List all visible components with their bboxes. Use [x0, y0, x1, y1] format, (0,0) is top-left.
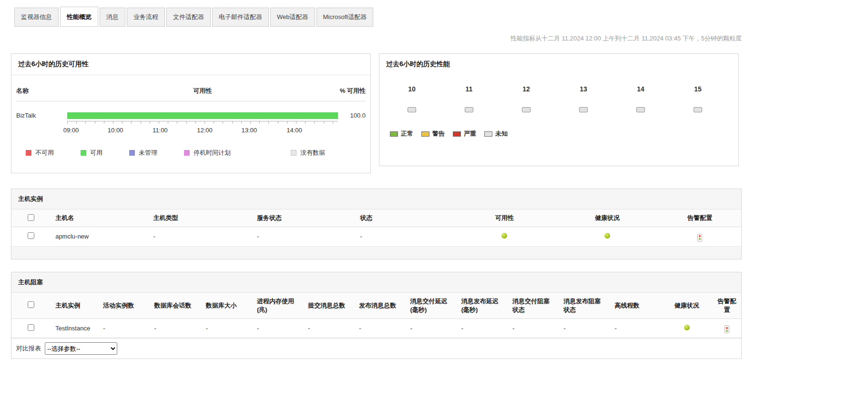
host-throttling-title: 主机阻塞 [11, 272, 741, 292]
perf-status-box [465, 107, 473, 112]
legend-item-normal: 正常 [390, 129, 413, 138]
tab-monitor-info[interactable]: 监视器信息 [14, 8, 59, 27]
col-publish-delay: 消息发布延迟(毫秒) [457, 292, 508, 318]
legend-label: 没有数据 [300, 149, 325, 157]
legend-item-nodata: 没有数据 [291, 149, 325, 157]
report-period-note: 性能指标从十二月 11,2024 12:00 上午到十二月 11,2024 03… [511, 35, 742, 42]
hour-label: 12 [498, 85, 555, 93]
col-committed-msgs: 提交消息总数 [303, 292, 354, 318]
value-cell: - [354, 318, 405, 338]
tab-web-adapter[interactable]: Web适配器 [270, 8, 315, 27]
hour-column: 12 [498, 85, 555, 112]
availability-table-header: 名称 可用性 % 可用性 [16, 75, 366, 101]
value-cell: - [406, 318, 457, 338]
col-health: 健康状况 [661, 292, 713, 318]
hour-column: 11 [440, 85, 498, 112]
alarm-config-icon[interactable] [697, 234, 702, 242]
row-checkbox[interactable] [28, 324, 34, 331]
host-instances-section: 主机实例 主机名 主机类型 服务状态 状态 可用性 健康状况 告警配置 [11, 189, 742, 259]
col-service-status: 服务状态 [252, 209, 355, 227]
legend-label: 可用 [90, 149, 102, 157]
col-db-size: 数据库大小 [201, 292, 252, 318]
col-availability-label: 可用性 [67, 87, 338, 95]
legend-item-warning: 警告 [421, 129, 445, 138]
availability-status-dot[interactable] [501, 233, 507, 239]
hour-label: 11 [440, 85, 498, 93]
tab-business-process[interactable]: 业务流程 [127, 8, 165, 27]
health-status-dot[interactable] [684, 325, 690, 330]
compare-report-label: 对比报表 [16, 344, 41, 353]
tab-email-adapter[interactable]: 电子邮件适配器 [212, 8, 269, 27]
col-publish-throttle-state: 消息发布阻塞状态 [559, 292, 610, 318]
tab-bar: 监视器信息 性能概览 消息 业务流程 文件适配器 电子邮件适配器 Web适配器 … [11, 0, 742, 27]
performance-panel-title: 过去6小时的历史性能 [379, 54, 738, 75]
col-hosttype: 主机类型 [149, 209, 252, 227]
unavailable-swatch-icon [26, 150, 31, 156]
col-db-sessions: 数据库会话数 [150, 292, 201, 318]
time-axis-line [67, 121, 338, 124]
value-cell: - [201, 318, 252, 338]
legend-item-available: 可用 [81, 149, 102, 157]
performance-hours: 10 11 12 13 14 [379, 75, 738, 112]
hour-label: 13 [555, 85, 612, 93]
col-delivery-throttle-state: 消息交付阻塞状态 [508, 292, 559, 318]
legend-item-maintenance: 停机时间计划 [184, 149, 231, 157]
col-hostname: 主机名 [51, 209, 148, 227]
value-cell: - [98, 318, 149, 338]
host-instances-table: 主机名 主机类型 服务状态 状态 可用性 健康状况 告警配置 apmclu-ne… [11, 209, 741, 247]
col-high-threads: 高线程数 [610, 292, 661, 318]
status-cell: - [355, 227, 453, 247]
col-published-msgs: 发布消息总数 [354, 292, 405, 318]
hour-column: 14 [612, 85, 669, 112]
performance-legend: 正常 警告 严重 未知 [390, 129, 738, 138]
alarm-config-icon[interactable] [725, 325, 729, 333]
col-delivery-delay: 消息交付延迟(毫秒) [406, 292, 457, 318]
perf-status-box [408, 107, 416, 112]
health-status-dot[interactable] [604, 233, 610, 239]
time-tick-label: 14:00 [286, 127, 302, 134]
compare-parameter-select[interactable]: --选择参数-- [45, 342, 117, 355]
hour-label: 15 [669, 85, 726, 93]
warning-swatch-icon [421, 131, 429, 137]
legend-item-unmanaged: 未管理 [129, 149, 157, 157]
hour-column: 13 [555, 85, 612, 112]
host-throttling-table: 主机实例 活动实例数 数据库会话数 数据库大小 进程内存使用(兆) 提交消息总数… [11, 292, 741, 338]
nodata-swatch-icon [291, 150, 296, 156]
time-axis: 09:00 10:00 11:00 12:00 13:00 14:00 [67, 121, 338, 142]
availability-panel: 过去6小时的历史可用性 名称 可用性 % 可用性 BizTalk 100.0 0 [11, 53, 371, 173]
time-tick-label: 13:00 [241, 127, 257, 134]
perf-status-box [694, 107, 702, 112]
tab-microsoft-adapter[interactable]: Microsoft适配器 [317, 8, 374, 27]
unknown-swatch-icon [484, 131, 492, 137]
compare-report-row: 对比报表 --选择参数-- [11, 338, 741, 358]
time-tick-label: 12:00 [197, 127, 213, 134]
table-row: TestInstance - - - - - - - - - - - [11, 318, 741, 338]
col-host-instance: 主机实例 [51, 292, 98, 318]
select-all-checkbox[interactable] [28, 301, 34, 308]
col-alarm-config: 告警配置 [659, 209, 741, 227]
col-name-label: 名称 [16, 87, 67, 95]
tab-file-adapter[interactable]: 文件适配器 [166, 8, 211, 27]
host-instances-title: 主机实例 [11, 189, 741, 209]
legend-label: 正常 [401, 129, 413, 138]
availability-bar [67, 112, 338, 119]
select-all-checkbox[interactable] [28, 214, 34, 221]
time-tick-label: 09:00 [63, 127, 79, 134]
hour-label: 14 [612, 85, 669, 93]
col-alarm-config: 告警配置 [713, 292, 741, 318]
col-percent-label: % 可用性 [338, 87, 366, 95]
table-header-row: 主机实例 活动实例数 数据库会话数 数据库大小 进程内存使用(兆) 提交消息总数… [11, 292, 741, 318]
availability-row: BizTalk 100.0 [16, 101, 366, 121]
legend-label: 不可用 [35, 149, 54, 157]
availability-panel-title: 过去6小时的历史可用性 [11, 54, 370, 75]
page-content: 监视器信息 性能概览 消息 业务流程 文件适配器 电子邮件适配器 Web适配器 … [11, 0, 742, 359]
host-instance-cell: TestInstance [51, 318, 98, 338]
tab-messages[interactable]: 消息 [100, 8, 125, 27]
tab-performance-overview[interactable]: 性能概览 [60, 7, 98, 27]
value-cell: - [457, 318, 508, 338]
perf-status-box [636, 107, 645, 112]
legend-label: 停机时间计划 [194, 149, 231, 157]
perf-status-box [579, 107, 588, 112]
host-type-cell: - [149, 227, 252, 247]
row-checkbox[interactable] [28, 232, 34, 239]
